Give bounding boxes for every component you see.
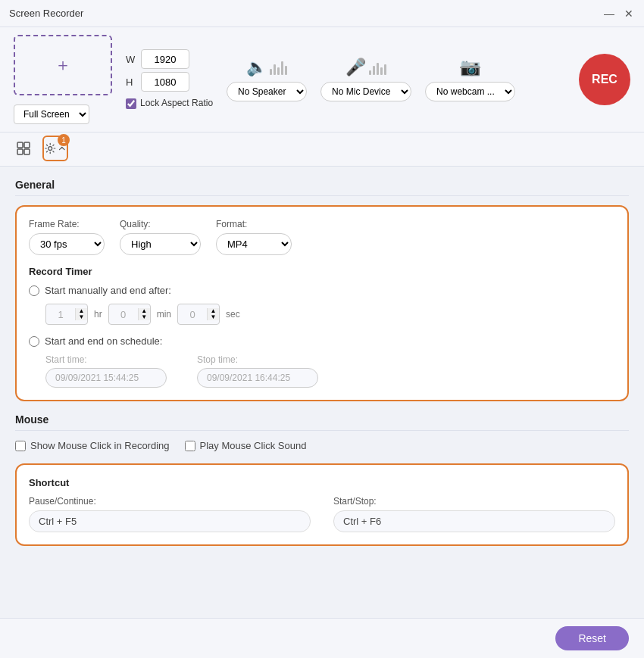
min-spin: ▲ ▼ (138, 308, 150, 320)
lock-aspect-ratio-label: Lock Aspect Ratio (140, 98, 213, 110)
width-input[interactable] (141, 49, 189, 69)
start-time-group: Start time: (45, 354, 167, 388)
general-settings-box: Frame Rate: 30 fps 24 fps 60 fps Quality… (15, 205, 629, 401)
speaker-icon: 🔈 (246, 58, 267, 77)
app-title: Screen Recorder (9, 8, 83, 19)
play-sound-item: Play Mouse Click Sound (185, 440, 307, 451)
svg-point-4 (48, 147, 52, 151)
mouse-checkbox-row: Show Mouse Click in Recording Play Mouse… (15, 440, 629, 451)
frame-rate-label: Frame Rate: (29, 219, 105, 229)
start-schedule-radio[interactable] (29, 336, 39, 347)
format-row: Frame Rate: 30 fps 24 fps 60 fps Quality… (29, 219, 615, 255)
pause-continue-label: Pause/Continue: (29, 496, 311, 507)
sec-unit-label: sec (226, 309, 240, 320)
mic-group: 🎤 No Mic Device (320, 58, 411, 101)
titlebar: Screen Recorder — ✕ (0, 0, 644, 27)
height-label: H (126, 76, 136, 88)
add-screen-icon: ＋ (55, 54, 71, 76)
webcam-group: 📷 No webcam ... (425, 58, 515, 101)
hr-spin: ▲ ▼ (75, 308, 87, 320)
start-schedule-label: Start and end on schedule: (45, 335, 162, 347)
frame-rate-select[interactable]: 30 fps 24 fps 60 fps (29, 233, 105, 255)
start-manually-label: Start manually and end after: (45, 285, 171, 296)
pause-continue-group: Pause/Continue: (29, 496, 311, 532)
mouse-section: Mouse Show Mouse Click in Recording Play… (15, 413, 629, 451)
mic-icon: 🎤 (345, 58, 366, 77)
footer: Reset (0, 618, 644, 658)
stop-time-label: Stop time: (197, 354, 318, 365)
play-mouse-sound-label: Play Mouse Click Sound (200, 440, 307, 451)
sec-input[interactable] (178, 307, 207, 322)
sec-spin: ▲ ▼ (207, 308, 219, 320)
fullscreen-dropdown[interactable]: Full Screen (14, 104, 89, 124)
show-click-item: Show Mouse Click in Recording (15, 440, 170, 451)
svg-rect-0 (17, 142, 23, 148)
mouse-section-title: Mouse (15, 413, 629, 431)
layout-icon (16, 141, 31, 156)
main-toolbar: ＋ Full Screen W H Lock Aspect Ratio 🔈 (0, 27, 644, 133)
hr-down-btn[interactable]: ▼ (76, 314, 87, 320)
shortcut-title: Shortcut (29, 477, 615, 488)
svg-rect-1 (24, 142, 30, 148)
frame-rate-group: Frame Rate: 30 fps 24 fps 60 fps (29, 219, 105, 255)
webcam-icon: 📷 (460, 58, 480, 77)
start-stop-group: Start/Stop: (333, 496, 615, 532)
min-down-btn[interactable]: ▼ (139, 314, 150, 320)
height-input[interactable] (141, 72, 189, 92)
settings-button[interactable]: 1 (42, 136, 68, 161)
start-stop-input[interactable] (333, 510, 615, 532)
min-unit-label: min (157, 309, 171, 320)
general-section-title: General (15, 179, 629, 196)
sec-down-btn[interactable]: ▼ (208, 314, 219, 320)
start-time-input[interactable] (45, 368, 167, 388)
stop-time-input[interactable] (197, 368, 318, 388)
min-input-group: ▲ ▼ (108, 304, 151, 325)
mic-dropdown[interactable]: No Mic Device (320, 82, 411, 101)
settings-badge: 1 (58, 134, 70, 146)
hr-input[interactable] (46, 307, 75, 322)
play-mouse-sound-checkbox[interactable] (185, 441, 195, 451)
mic-bars (369, 60, 386, 75)
schedule-time-row: Start time: Stop time: (45, 354, 615, 388)
show-mouse-click-label: Show Mouse Click in Recording (30, 440, 170, 451)
record-timer-title: Record Timer (29, 266, 615, 277)
second-toolbar: 1 (0, 133, 644, 167)
screen-select-area[interactable]: ＋ (14, 35, 112, 95)
close-button[interactable]: ✕ (623, 8, 635, 20)
svg-rect-3 (24, 149, 30, 154)
speaker-dropdown[interactable]: No Speaker (227, 82, 307, 101)
quality-label: Quality: (120, 219, 201, 229)
shortcut-row: Pause/Continue: Start/Stop: (29, 496, 615, 532)
format-group: Format: MP4 AVI MOV (216, 219, 292, 255)
hr-unit-label: hr (94, 309, 102, 320)
webcam-dropdown[interactable]: No webcam ... (425, 82, 515, 101)
sec-input-group: ▲ ▼ (177, 304, 220, 325)
start-schedule-row: Start and end on schedule: (29, 335, 615, 347)
minimize-button[interactable]: — (603, 8, 615, 20)
layout-icon-button[interactable] (11, 136, 36, 161)
settings-icon (44, 141, 56, 156)
pause-continue-input[interactable] (29, 510, 311, 532)
width-label: W (126, 54, 136, 65)
speaker-bars (270, 60, 287, 75)
quality-group: Quality: High Medium Low (120, 219, 201, 255)
format-select[interactable]: MP4 AVI MOV (216, 233, 292, 255)
reset-button[interactable]: Reset (555, 626, 629, 650)
show-mouse-click-checkbox[interactable] (15, 441, 26, 451)
start-manually-radio[interactable] (29, 285, 39, 296)
start-manually-row: Start manually and end after: (29, 285, 615, 296)
rec-button[interactable]: REC (579, 54, 630, 105)
start-time-label: Start time: (45, 354, 167, 365)
format-label: Format: (216, 219, 292, 229)
svg-rect-2 (17, 149, 23, 154)
start-stop-label: Start/Stop: (333, 496, 615, 507)
lock-aspect-ratio-checkbox[interactable] (126, 98, 136, 109)
shortcut-box: Shortcut Pause/Continue: Start/Stop: (15, 463, 629, 546)
window-controls: — ✕ (603, 8, 635, 20)
time-inputs-row: ▲ ▼ hr ▲ ▼ min ▲ ▼ sec (45, 304, 615, 325)
stop-time-group: Stop time: (197, 354, 318, 388)
quality-select[interactable]: High Medium Low (120, 233, 201, 255)
min-input[interactable] (109, 307, 138, 322)
hr-input-group: ▲ ▼ (45, 304, 88, 325)
content-area: General Frame Rate: 30 fps 24 fps 60 fps… (0, 167, 644, 618)
